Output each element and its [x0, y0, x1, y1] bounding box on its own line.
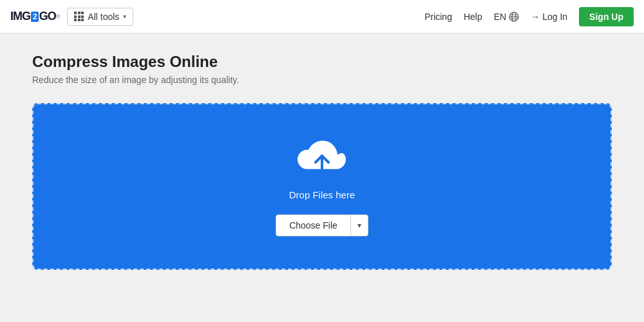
- main-content: Compress Images Online Reduce the size o…: [0, 33, 644, 322]
- globe-icon: [509, 12, 519, 22]
- help-link[interactable]: Help: [464, 12, 482, 22]
- choose-file-button[interactable]: Choose File ▾: [276, 214, 368, 236]
- login-label: Log In: [542, 12, 567, 22]
- drop-text: Drop Files here: [289, 188, 355, 202]
- header-right: Pricing Help EN → Log In Sign Up: [424, 7, 634, 26]
- logo-image: IMG2GO®: [10, 10, 59, 23]
- logo-img-text: IMG: [10, 10, 30, 23]
- pricing-link[interactable]: Pricing: [424, 12, 452, 22]
- signup-button[interactable]: Sign Up: [579, 7, 634, 26]
- logo-two: 2: [31, 12, 39, 22]
- logo-reg: ®: [56, 14, 60, 20]
- choose-file-label: Choose File: [276, 215, 351, 236]
- cloud-upload-icon: [296, 137, 348, 180]
- drop-zone[interactable]: Drop Files here Choose File ▾: [32, 103, 612, 270]
- header-left: IMG2GO® All tools ▾: [10, 8, 133, 26]
- logo-go-text: GO: [39, 10, 56, 23]
- all-tools-button[interactable]: All tools ▾: [67, 8, 133, 26]
- page-title: Compress Images Online: [32, 53, 612, 71]
- language-selector[interactable]: EN: [494, 12, 519, 22]
- grid-icon: [74, 12, 84, 21]
- login-arrow-icon: →: [531, 12, 540, 22]
- logo[interactable]: IMG2GO®: [10, 10, 59, 23]
- chevron-down-icon: ▾: [123, 13, 126, 20]
- login-button[interactable]: → Log In: [531, 12, 567, 22]
- page-subtitle: Reduce the size of an image by adjusting…: [32, 75, 612, 85]
- app-header: IMG2GO® All tools ▾ Pricing Help EN: [0, 0, 644, 33]
- all-tools-label: All tools: [88, 12, 119, 22]
- choose-file-chevron-icon: ▾: [351, 216, 368, 235]
- lang-label: EN: [494, 12, 506, 22]
